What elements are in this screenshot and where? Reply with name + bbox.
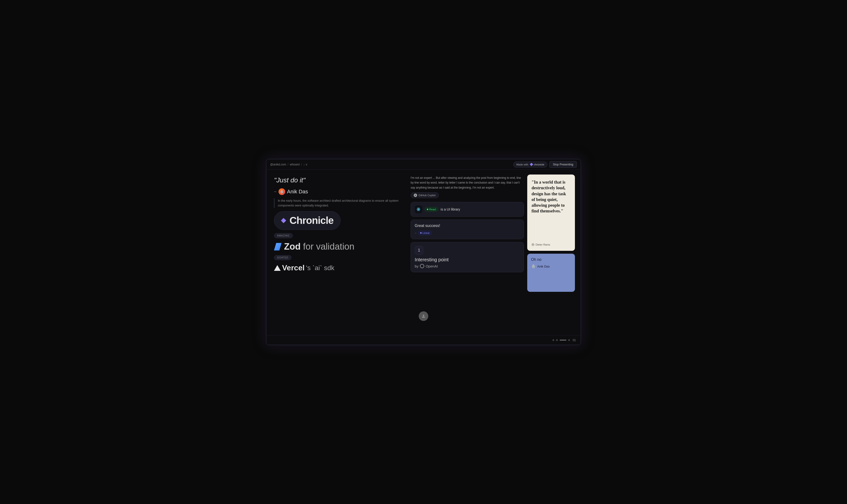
chronicle-sparkle-icon <box>281 218 286 223</box>
main-quote: "Just do it" <box>274 176 400 184</box>
interesting-label: Interesting point <box>415 257 449 262</box>
linear-name: Linear <box>422 232 430 234</box>
react-dot <box>427 209 428 210</box>
slide-dot-2[interactable] <box>556 339 558 341</box>
right-panel: I'm not an expert ... But after viewing … <box>408 170 581 335</box>
svg-point-0 <box>418 209 419 210</box>
design-quote-attr: Dieter Rams <box>531 243 571 246</box>
author-avatar: 🪬 <box>278 188 285 195</box>
zod-desc: for validation <box>303 241 354 252</box>
react-icon <box>415 205 422 213</box>
main-content: "Just do it" ~ 🪬 Anik Das In the early h… <box>266 170 581 335</box>
made-with-button[interactable]: Made with chronicle <box>513 161 547 167</box>
openai-icon <box>420 264 424 268</box>
num-badge: 1 <box>415 246 423 255</box>
oh-no-card: Oh no 🪬 Anik Das <box>527 254 575 292</box>
chronicle-logo: chronicle <box>530 163 544 166</box>
svg-point-5 <box>533 244 534 245</box>
github-badge: ⊕ GitHub Copilot <box>411 193 439 198</box>
chronicle-btn-label: Chronicle <box>289 215 334 226</box>
author-row: ~ 🪬 Anik Das <box>274 188 400 195</box>
design-quote-card: "In a world that is destructively loud, … <box>527 175 575 251</box>
tag-amazing: AMAZING <box>274 233 293 238</box>
sep2: / <box>301 163 302 166</box>
author-name: Anik Das <box>287 188 308 195</box>
github-icon: ⊕ <box>414 194 417 197</box>
zod-row: Zod for validation <box>274 241 400 252</box>
topbar: @anikd.com / whoami / ↓ ∨ Made with chro… <box>266 159 581 170</box>
by-label: by <box>415 264 418 268</box>
linear-dot <box>420 232 421 234</box>
react-name: React <box>429 208 436 211</box>
zod-name: Zod <box>284 241 301 252</box>
vercel-desc: 's `ai` sdk <box>306 264 334 272</box>
page-link[interactable]: whoami <box>290 163 300 166</box>
expert-card: I'm not an expert ... But after viewing … <box>411 175 524 199</box>
slide-dot-1[interactable] <box>553 339 554 341</box>
react-badge: React <box>425 207 438 212</box>
left-panel: "Just do it" ~ 🪬 Anik Das In the early h… <box>266 170 408 335</box>
github-label: GitHub Copilot <box>418 194 436 197</box>
react-card: React is a UI library <box>411 202 524 217</box>
sep1: / <box>288 163 288 166</box>
linear-tilde: ~ <box>415 231 417 235</box>
stop-presenting-button[interactable]: Stop Presenting <box>549 161 577 168</box>
slide-line-active[interactable] <box>560 340 566 340</box>
made-with-label: Made with <box>516 163 528 166</box>
site-link[interactable]: @anikd.com <box>270 163 286 166</box>
bottom-avatar <box>419 311 428 321</box>
right-col: "In a world that is destructively loud, … <box>527 175 575 330</box>
success-title: Great success! <box>415 223 520 228</box>
zod-icon <box>274 243 282 251</box>
openai-attr: by OpenAI <box>415 264 520 268</box>
dieter-rams-name: Dieter Rams <box>536 243 550 246</box>
dropdown-arrow-icon[interactable]: ↓ ∨ <box>303 163 308 166</box>
chronicle-button[interactable]: Chronicle <box>274 211 341 230</box>
linear-attr: ~ Linear <box>415 231 520 235</box>
author-tilde: ~ <box>274 189 276 194</box>
presentation-frame: @anikd.com / whoami / ↓ ∨ Made with chro… <box>266 159 581 345</box>
oh-no-title: Oh no <box>531 257 571 262</box>
interesting-card: 1 Interesting point by OpenAI <box>411 242 524 272</box>
blockquote-text: In the early hours, the software archite… <box>274 198 400 208</box>
openai-name: OpenAI <box>426 264 438 268</box>
slide-number: 01 <box>573 339 576 342</box>
design-quote-text: "In a world that is destructively loud, … <box>531 179 571 214</box>
react-desc: is a UI library <box>441 208 460 211</box>
oh-no-author-name: Anik Das <box>537 265 549 268</box>
vercel-row: Vercel 's `ai` sdk <box>274 264 400 272</box>
slide-dot-3[interactable] <box>568 339 570 341</box>
vercel-name: Vercel <box>282 264 305 272</box>
topbar-breadcrumb: @anikd.com / whoami / ↓ ∨ <box>270 163 308 166</box>
tag-goated: GOATED <box>274 255 291 260</box>
success-card: Great success! ~ Linear <box>411 220 524 239</box>
oh-no-emoji: 🪬 <box>531 264 536 269</box>
chronicle-brand-name: chronicle <box>534 163 544 166</box>
topbar-right: Made with chronicle Stop Presenting <box>513 161 577 168</box>
linear-badge: Linear <box>418 231 432 235</box>
interesting-text: Interesting point <box>415 257 520 263</box>
expert-text: I'm not an expert ... But after viewing … <box>411 176 524 190</box>
oh-no-author: 🪬 Anik Das <box>531 264 571 269</box>
vercel-icon <box>274 265 281 271</box>
mid-col: I'm not an expert ... But after viewing … <box>411 175 524 330</box>
bottom-bar: 01 <box>266 335 581 345</box>
chronicle-logo-icon <box>530 163 533 166</box>
stop-presenting-label: Stop Presenting <box>553 163 573 166</box>
svg-point-6 <box>423 314 425 316</box>
